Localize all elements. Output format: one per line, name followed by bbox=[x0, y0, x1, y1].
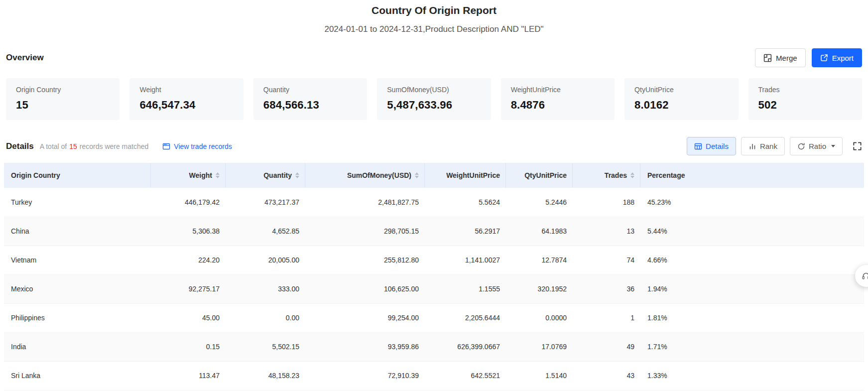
merge-button[interactable]: Merge bbox=[755, 48, 806, 67]
tab-details[interactable]: Details bbox=[687, 137, 736, 155]
export-button-label: Export bbox=[832, 54, 854, 62]
table-row: Mexico 92,275.17 333.00 106,625.00 1.155… bbox=[4, 274, 864, 303]
cell-weight-unit-price: 1.1555 bbox=[425, 274, 506, 303]
cell-percentage: 1.71% bbox=[640, 332, 864, 361]
cell-percentage: 4.66% bbox=[640, 246, 864, 274]
cell-quantity: 0.00 bbox=[226, 303, 305, 332]
tab-details-label: Details bbox=[706, 142, 729, 150]
table-header-row: Origin Country Weight Quantity SumOfMone… bbox=[4, 163, 864, 188]
cell-trades: 36 bbox=[573, 274, 640, 303]
cell-weight: 5,306.38 bbox=[151, 217, 226, 246]
cell-sum: 72,910.39 bbox=[305, 361, 425, 390]
cell-quantity: 473,217.37 bbox=[226, 188, 305, 217]
cell-qty-unit-price: 1.5140 bbox=[506, 361, 573, 390]
sort-icon[interactable] bbox=[295, 172, 299, 178]
cell-trades: 49 bbox=[573, 332, 640, 361]
cell-qty-unit-price: 320.1952 bbox=[506, 274, 573, 303]
cell-weight: 224.20 bbox=[151, 246, 226, 274]
cell-weight-unit-price: 2,205.6444 bbox=[425, 303, 506, 332]
stat-label: Quantity bbox=[263, 86, 357, 94]
col-header-qty-unit-price: QtyUnitPrice bbox=[506, 163, 573, 188]
stat-value: 502 bbox=[758, 99, 852, 112]
stat-card-weight: Weight 646,547.34 bbox=[129, 78, 243, 120]
cell-trades: 188 bbox=[573, 188, 640, 217]
cell-weight: 446,179.42 bbox=[151, 188, 226, 217]
cell-trades: 13 bbox=[573, 217, 640, 246]
fullscreen-icon[interactable] bbox=[853, 141, 862, 151]
stat-card-qty-unit-price: QtyUnitPrice 8.0162 bbox=[624, 78, 738, 120]
stat-card-sum-of-money: SumOfMoney(USD) 5,487,633.96 bbox=[377, 78, 491, 120]
merge-icon bbox=[763, 54, 772, 62]
stat-value: 15 bbox=[16, 99, 110, 112]
tab-ratio-label: Ratio bbox=[809, 142, 826, 150]
cell-country: Philippines bbox=[4, 303, 151, 332]
report-header: Country Of Origin Report 2024-01-01 to 2… bbox=[0, 0, 868, 34]
cell-weight: 45.00 bbox=[151, 303, 226, 332]
sort-icon[interactable] bbox=[415, 172, 419, 178]
cell-percentage: 5.44% bbox=[640, 217, 864, 246]
stat-card-trades: Trades 502 bbox=[748, 78, 862, 120]
cell-quantity: 20,005.00 bbox=[226, 246, 305, 274]
col-header-percentage: Percentage bbox=[640, 163, 864, 188]
stat-label: Origin Country bbox=[16, 86, 110, 94]
export-button[interactable]: Export bbox=[812, 48, 862, 67]
sort-icon[interactable] bbox=[216, 172, 220, 178]
cell-country: China bbox=[4, 217, 151, 246]
cell-weight-unit-price: 642.5521 bbox=[425, 361, 506, 390]
stat-label: Weight bbox=[139, 86, 233, 94]
cell-qty-unit-price: 0.0000 bbox=[506, 303, 573, 332]
cell-sum: 93,959.86 bbox=[305, 332, 425, 361]
table-view-icon bbox=[694, 142, 702, 150]
stat-value: 8.4876 bbox=[511, 99, 605, 112]
cell-country: Vietnam bbox=[4, 246, 151, 274]
cell-weight: 0.15 bbox=[151, 332, 226, 361]
export-icon bbox=[820, 54, 828, 62]
cell-country: Turkey bbox=[4, 188, 151, 217]
cell-trades: 43 bbox=[573, 361, 640, 390]
cell-sum: 106,625.00 bbox=[305, 274, 425, 303]
cell-weight-unit-price: 5.5624 bbox=[425, 188, 506, 217]
cell-percentage: 45.23% bbox=[640, 188, 864, 217]
cell-weight: 113.47 bbox=[151, 361, 226, 390]
cell-percentage: 1.94% bbox=[640, 274, 864, 303]
col-header-weight-unit-price: WeightUnitPrice bbox=[425, 163, 506, 188]
cell-sum: 255,812.80 bbox=[305, 246, 425, 274]
trade-records-icon bbox=[162, 142, 170, 150]
details-view-controls: Details Rank Ratio bbox=[687, 137, 862, 155]
tab-rank[interactable]: Rank bbox=[741, 137, 785, 155]
cell-sum: 99,254.00 bbox=[305, 303, 425, 332]
col-header-origin-country: Origin Country bbox=[4, 163, 151, 188]
col-header-quantity[interactable]: Quantity bbox=[226, 163, 305, 188]
cell-quantity: 333.00 bbox=[226, 274, 305, 303]
stat-value: 5,487,633.96 bbox=[387, 99, 481, 112]
cell-quantity: 48,158.23 bbox=[226, 361, 305, 390]
cell-weight: 92,275.17 bbox=[151, 274, 226, 303]
cell-qty-unit-price: 12.7874 bbox=[506, 246, 573, 274]
col-header-weight[interactable]: Weight bbox=[151, 163, 226, 188]
page-subtitle: 2024-01-01 to 2024-12-31,Product Descrip… bbox=[0, 24, 868, 34]
overview-bar: Overview Merge Export bbox=[0, 48, 868, 67]
stat-card-quantity: Quantity 684,566.13 bbox=[253, 78, 367, 120]
stat-label: Trades bbox=[758, 86, 852, 94]
col-header-trades[interactable]: Trades bbox=[573, 163, 640, 188]
stat-card-origin-country: Origin Country 15 bbox=[6, 78, 120, 120]
view-trade-records-link[interactable]: View trade records bbox=[162, 142, 232, 150]
col-header-sum-of-money[interactable]: SumOfMoney(USD) bbox=[305, 163, 425, 188]
stat-label: QtyUnitPrice bbox=[634, 86, 728, 94]
rank-icon bbox=[748, 142, 756, 150]
headset-icon bbox=[861, 271, 868, 281]
tab-ratio[interactable]: Ratio bbox=[790, 137, 843, 155]
cell-weight-unit-price: 56.2917 bbox=[425, 217, 506, 246]
cell-weight-unit-price: 1,141.0027 bbox=[425, 246, 506, 274]
cell-percentage: 1.33% bbox=[640, 361, 864, 390]
tab-rank-label: Rank bbox=[760, 142, 777, 150]
cell-country: India bbox=[4, 332, 151, 361]
cell-quantity: 5,502.15 bbox=[226, 332, 305, 361]
stat-card-weight-unit-price: WeightUnitPrice 8.4876 bbox=[501, 78, 615, 120]
table-row: China 5,306.38 4,652.85 298,705.15 56.29… bbox=[4, 217, 864, 246]
table-row: Vietnam 224.20 20,005.00 255,812.80 1,14… bbox=[4, 246, 864, 274]
cell-qty-unit-price: 64.1983 bbox=[506, 217, 573, 246]
chevron-down-icon bbox=[831, 145, 835, 147]
sort-icon[interactable] bbox=[630, 172, 634, 178]
table-row: Philippines 45.00 0.00 99,254.00 2,205.6… bbox=[4, 303, 864, 332]
